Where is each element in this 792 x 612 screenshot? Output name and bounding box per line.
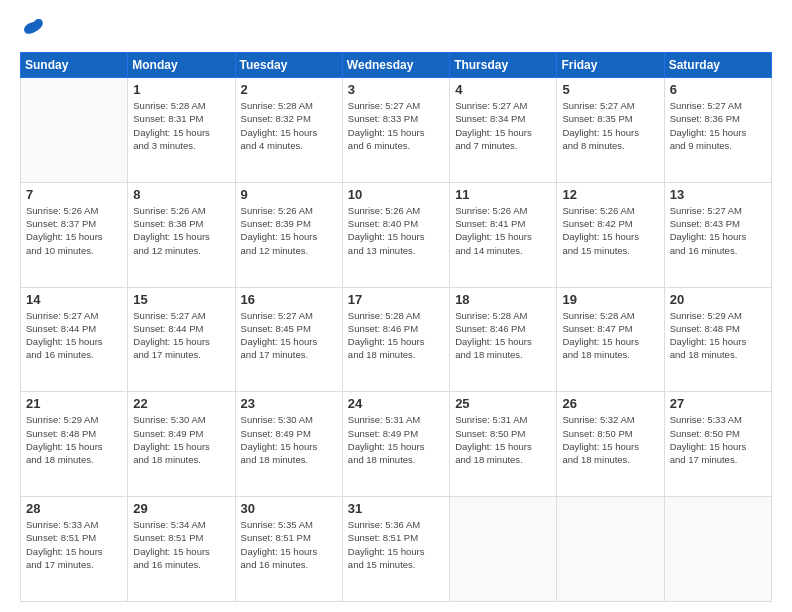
day-info: Sunrise: 5:32 AM Sunset: 8:50 PM Dayligh… (562, 413, 658, 466)
weekday-header-saturday: Saturday (664, 53, 771, 78)
day-cell (21, 78, 128, 183)
day-cell: 6Sunrise: 5:27 AM Sunset: 8:36 PM Daylig… (664, 78, 771, 183)
day-info: Sunrise: 5:27 AM Sunset: 8:43 PM Dayligh… (670, 204, 766, 257)
day-number: 23 (241, 396, 337, 411)
day-number: 31 (348, 501, 444, 516)
day-cell: 9Sunrise: 5:26 AM Sunset: 8:39 PM Daylig… (235, 182, 342, 287)
day-cell: 21Sunrise: 5:29 AM Sunset: 8:48 PM Dayli… (21, 392, 128, 497)
day-number: 18 (455, 292, 551, 307)
day-number: 28 (26, 501, 122, 516)
week-row-1: 1Sunrise: 5:28 AM Sunset: 8:31 PM Daylig… (21, 78, 772, 183)
week-row-5: 28Sunrise: 5:33 AM Sunset: 8:51 PM Dayli… (21, 497, 772, 602)
day-info: Sunrise: 5:27 AM Sunset: 8:44 PM Dayligh… (133, 309, 229, 362)
day-cell: 10Sunrise: 5:26 AM Sunset: 8:40 PM Dayli… (342, 182, 449, 287)
day-cell: 11Sunrise: 5:26 AM Sunset: 8:41 PM Dayli… (450, 182, 557, 287)
day-cell: 26Sunrise: 5:32 AM Sunset: 8:50 PM Dayli… (557, 392, 664, 497)
day-cell: 23Sunrise: 5:30 AM Sunset: 8:49 PM Dayli… (235, 392, 342, 497)
day-number: 10 (348, 187, 444, 202)
day-number: 25 (455, 396, 551, 411)
day-cell: 29Sunrise: 5:34 AM Sunset: 8:51 PM Dayli… (128, 497, 235, 602)
day-number: 2 (241, 82, 337, 97)
day-info: Sunrise: 5:26 AM Sunset: 8:39 PM Dayligh… (241, 204, 337, 257)
weekday-header-tuesday: Tuesday (235, 53, 342, 78)
day-info: Sunrise: 5:35 AM Sunset: 8:51 PM Dayligh… (241, 518, 337, 571)
day-info: Sunrise: 5:28 AM Sunset: 8:32 PM Dayligh… (241, 99, 337, 152)
weekday-header-thursday: Thursday (450, 53, 557, 78)
week-row-2: 7Sunrise: 5:26 AM Sunset: 8:37 PM Daylig… (21, 182, 772, 287)
day-info: Sunrise: 5:26 AM Sunset: 8:38 PM Dayligh… (133, 204, 229, 257)
day-number: 30 (241, 501, 337, 516)
day-number: 6 (670, 82, 766, 97)
day-number: 29 (133, 501, 229, 516)
day-cell: 3Sunrise: 5:27 AM Sunset: 8:33 PM Daylig… (342, 78, 449, 183)
day-number: 20 (670, 292, 766, 307)
day-number: 14 (26, 292, 122, 307)
day-info: Sunrise: 5:36 AM Sunset: 8:51 PM Dayligh… (348, 518, 444, 571)
day-number: 15 (133, 292, 229, 307)
day-info: Sunrise: 5:28 AM Sunset: 8:31 PM Dayligh… (133, 99, 229, 152)
day-number: 24 (348, 396, 444, 411)
day-info: Sunrise: 5:30 AM Sunset: 8:49 PM Dayligh… (241, 413, 337, 466)
day-cell: 27Sunrise: 5:33 AM Sunset: 8:50 PM Dayli… (664, 392, 771, 497)
day-info: Sunrise: 5:27 AM Sunset: 8:36 PM Dayligh… (670, 99, 766, 152)
day-cell: 2Sunrise: 5:28 AM Sunset: 8:32 PM Daylig… (235, 78, 342, 183)
day-info: Sunrise: 5:33 AM Sunset: 8:50 PM Dayligh… (670, 413, 766, 466)
day-info: Sunrise: 5:28 AM Sunset: 8:47 PM Dayligh… (562, 309, 658, 362)
day-cell: 13Sunrise: 5:27 AM Sunset: 8:43 PM Dayli… (664, 182, 771, 287)
day-number: 17 (348, 292, 444, 307)
day-cell: 15Sunrise: 5:27 AM Sunset: 8:44 PM Dayli… (128, 287, 235, 392)
day-info: Sunrise: 5:26 AM Sunset: 8:40 PM Dayligh… (348, 204, 444, 257)
day-number: 1 (133, 82, 229, 97)
day-info: Sunrise: 5:31 AM Sunset: 8:50 PM Dayligh… (455, 413, 551, 466)
day-cell (664, 497, 771, 602)
day-number: 5 (562, 82, 658, 97)
day-cell: 30Sunrise: 5:35 AM Sunset: 8:51 PM Dayli… (235, 497, 342, 602)
weekday-header-wednesday: Wednesday (342, 53, 449, 78)
day-cell: 4Sunrise: 5:27 AM Sunset: 8:34 PM Daylig… (450, 78, 557, 183)
day-number: 16 (241, 292, 337, 307)
day-number: 21 (26, 396, 122, 411)
day-cell: 17Sunrise: 5:28 AM Sunset: 8:46 PM Dayli… (342, 287, 449, 392)
day-info: Sunrise: 5:27 AM Sunset: 8:33 PM Dayligh… (348, 99, 444, 152)
day-cell: 14Sunrise: 5:27 AM Sunset: 8:44 PM Dayli… (21, 287, 128, 392)
day-number: 8 (133, 187, 229, 202)
weekday-header-sunday: Sunday (21, 53, 128, 78)
day-cell: 22Sunrise: 5:30 AM Sunset: 8:49 PM Dayli… (128, 392, 235, 497)
logo-icon (22, 16, 44, 38)
day-info: Sunrise: 5:26 AM Sunset: 8:42 PM Dayligh… (562, 204, 658, 257)
day-cell: 24Sunrise: 5:31 AM Sunset: 8:49 PM Dayli… (342, 392, 449, 497)
day-info: Sunrise: 5:27 AM Sunset: 8:45 PM Dayligh… (241, 309, 337, 362)
day-info: Sunrise: 5:29 AM Sunset: 8:48 PM Dayligh… (26, 413, 122, 466)
day-cell (557, 497, 664, 602)
day-cell: 18Sunrise: 5:28 AM Sunset: 8:46 PM Dayli… (450, 287, 557, 392)
day-number: 3 (348, 82, 444, 97)
day-number: 11 (455, 187, 551, 202)
day-info: Sunrise: 5:27 AM Sunset: 8:34 PM Dayligh… (455, 99, 551, 152)
day-cell: 5Sunrise: 5:27 AM Sunset: 8:35 PM Daylig… (557, 78, 664, 183)
day-number: 22 (133, 396, 229, 411)
day-cell: 8Sunrise: 5:26 AM Sunset: 8:38 PM Daylig… (128, 182, 235, 287)
page: SundayMondayTuesdayWednesdayThursdayFrid… (0, 0, 792, 612)
day-info: Sunrise: 5:33 AM Sunset: 8:51 PM Dayligh… (26, 518, 122, 571)
day-cell: 1Sunrise: 5:28 AM Sunset: 8:31 PM Daylig… (128, 78, 235, 183)
week-row-4: 21Sunrise: 5:29 AM Sunset: 8:48 PM Dayli… (21, 392, 772, 497)
day-info: Sunrise: 5:28 AM Sunset: 8:46 PM Dayligh… (455, 309, 551, 362)
day-number: 27 (670, 396, 766, 411)
day-number: 13 (670, 187, 766, 202)
day-info: Sunrise: 5:28 AM Sunset: 8:46 PM Dayligh… (348, 309, 444, 362)
day-cell (450, 497, 557, 602)
day-cell: 31Sunrise: 5:36 AM Sunset: 8:51 PM Dayli… (342, 497, 449, 602)
weekday-header-row: SundayMondayTuesdayWednesdayThursdayFrid… (21, 53, 772, 78)
day-number: 9 (241, 187, 337, 202)
day-cell: 12Sunrise: 5:26 AM Sunset: 8:42 PM Dayli… (557, 182, 664, 287)
day-number: 7 (26, 187, 122, 202)
day-cell: 16Sunrise: 5:27 AM Sunset: 8:45 PM Dayli… (235, 287, 342, 392)
day-info: Sunrise: 5:31 AM Sunset: 8:49 PM Dayligh… (348, 413, 444, 466)
day-info: Sunrise: 5:27 AM Sunset: 8:35 PM Dayligh… (562, 99, 658, 152)
day-info: Sunrise: 5:30 AM Sunset: 8:49 PM Dayligh… (133, 413, 229, 466)
calendar-table: SundayMondayTuesdayWednesdayThursdayFrid… (20, 52, 772, 602)
day-info: Sunrise: 5:29 AM Sunset: 8:48 PM Dayligh… (670, 309, 766, 362)
week-row-3: 14Sunrise: 5:27 AM Sunset: 8:44 PM Dayli… (21, 287, 772, 392)
day-info: Sunrise: 5:27 AM Sunset: 8:44 PM Dayligh… (26, 309, 122, 362)
day-info: Sunrise: 5:34 AM Sunset: 8:51 PM Dayligh… (133, 518, 229, 571)
